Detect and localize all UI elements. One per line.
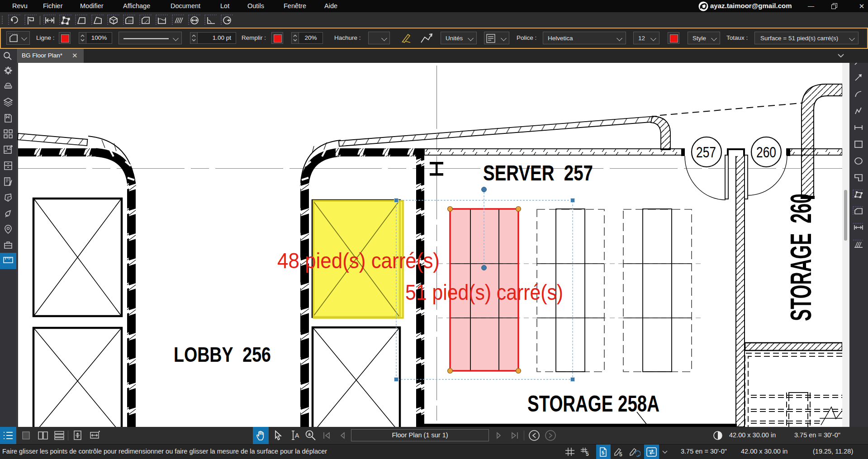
svg-text:5: 5	[619, 451, 622, 457]
svg-text:48 pied(s) carré(s): 48 pied(s) carré(s)	[277, 249, 440, 273]
svg-text:LOBBY 256: LOBBY 256	[174, 342, 271, 366]
svg-text:SERVER 257: SERVER 257	[483, 161, 593, 185]
svg-text:5: 5	[586, 451, 589, 456]
svg-text:260: 260	[756, 143, 776, 161]
svg-text:A: A	[295, 432, 299, 439]
svg-text:257: 257	[696, 143, 716, 161]
svg-text:STORAGE 258A: STORAGE 258A	[527, 391, 659, 416]
svg-text:5: 5	[602, 450, 604, 455]
svg-text:51 pied(s) carré(s): 51 pied(s) carré(s)	[405, 280, 563, 304]
svg-text:STORAGE 260: STORAGE 260	[785, 194, 817, 321]
